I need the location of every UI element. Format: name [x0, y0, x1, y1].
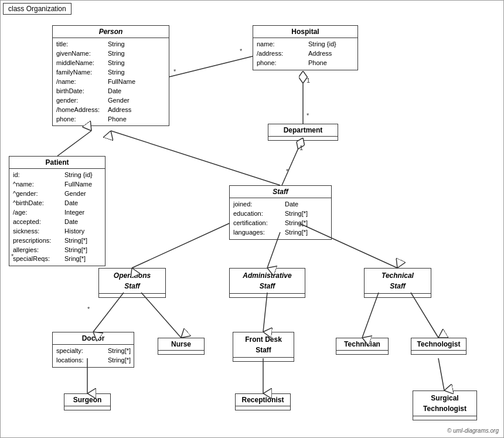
class-hospital-name: Hospital: [253, 26, 357, 38]
svg-line-4: [57, 131, 91, 156]
class-operations-staff-name: OperationsStaff: [99, 269, 165, 294]
class-operations-staff: OperationsStaff: [98, 268, 166, 298]
class-hospital: Hospital name:String {id} /address:Addre…: [253, 25, 358, 70]
class-administrative-staff-name: AdministrativeStaff: [230, 269, 305, 294]
class-surgeon-attrs: [64, 406, 110, 410]
class-nurse: Nurse: [158, 338, 205, 355]
class-receptionist: Receptionist: [235, 393, 291, 410]
class-operations-staff-attrs: [99, 294, 165, 297]
class-doctor-attrs: specialty:String[*] locations:String[*]: [53, 345, 134, 367]
class-patient: Patient id:String {id} ^name:FullName ^g…: [9, 156, 105, 266]
svg-line-12: [169, 56, 253, 77]
class-technical-staff: TechnicalStaff: [364, 268, 431, 298]
svg-text:*: *: [307, 112, 309, 119]
class-department-attrs: [268, 137, 338, 140]
diagram-container: class Organization Person title:String g…: [0, 0, 504, 438]
class-person-name: Person: [53, 26, 169, 38]
svg-text:*: *: [173, 68, 176, 75]
class-technician-attrs: [336, 351, 388, 354]
class-front-desk-staff-name: Front DeskStaff: [233, 332, 294, 358]
class-surgical-technologist-attrs: [413, 416, 476, 420]
class-receptionist-name: Receptionist: [236, 394, 290, 406]
svg-line-22: [411, 293, 438, 338]
svg-text:*: *: [286, 168, 289, 175]
class-surgical-technologist-name: SurgicalTechnologist: [413, 391, 476, 416]
class-staff: Staff joined:Date education:String[*] ce…: [229, 185, 332, 240]
class-hospital-attrs: name:String {id} /address:Address phone:…: [253, 38, 357, 70]
class-administrative-staff-attrs: [230, 294, 305, 297]
copyright: © uml-diagrams.org: [447, 427, 499, 434]
class-patient-name: Patient: [9, 157, 105, 169]
svg-line-15: [132, 223, 229, 268]
svg-text:*: *: [87, 305, 90, 313]
class-front-desk-staff: Front DeskStaff: [233, 332, 294, 362]
class-doctor-name: Doctor: [53, 332, 134, 345]
class-technician: Technician: [336, 338, 389, 355]
class-surgical-technologist: SurgicalTechnologist: [413, 391, 477, 420]
class-receptionist-attrs: [236, 406, 290, 410]
class-staff-name: Staff: [230, 186, 331, 198]
class-surgeon-name: Surgeon: [64, 394, 110, 406]
class-department: Department: [268, 124, 338, 141]
class-person: Person title:String givenName:String mid…: [52, 25, 169, 126]
svg-line-19: [141, 293, 181, 338]
class-nurse-name: Nurse: [158, 338, 204, 351]
class-staff-attrs: joined:Date education:String[*] certific…: [230, 198, 331, 239]
svg-text:1: 1: [307, 77, 310, 84]
class-administrative-staff: AdministrativeStaff: [229, 268, 305, 298]
class-technician-name: Technician: [336, 338, 388, 351]
svg-line-5: [111, 131, 280, 185]
svg-line-25: [438, 358, 444, 391]
class-department-name: Department: [268, 124, 338, 137]
svg-line-18: [93, 293, 124, 332]
svg-line-9: [282, 138, 303, 185]
class-patient-attrs: id:String {id} ^name:FullName ^gender:Ge…: [9, 169, 105, 266]
svg-text:1: 1: [299, 144, 303, 151]
svg-text:*: *: [240, 47, 243, 55]
class-doctor: Doctor specialty:String[*] locations:Str…: [52, 332, 134, 368]
svg-line-20: [263, 293, 267, 332]
class-surgeon: Surgeon: [64, 393, 111, 410]
class-technical-staff-name: TechnicalStaff: [365, 269, 431, 294]
class-technical-staff-attrs: [365, 294, 431, 297]
class-technologist: Technologist: [411, 338, 466, 355]
class-nurse-attrs: [158, 351, 204, 354]
class-technologist-attrs: [411, 351, 466, 354]
class-front-desk-staff-attrs: [233, 358, 294, 361]
class-technologist-name: Technologist: [411, 338, 466, 351]
class-person-attrs: title:String givenName:String middleName…: [53, 38, 169, 125]
svg-line-21: [362, 293, 379, 338]
diagram-title: class Organization: [3, 3, 71, 15]
